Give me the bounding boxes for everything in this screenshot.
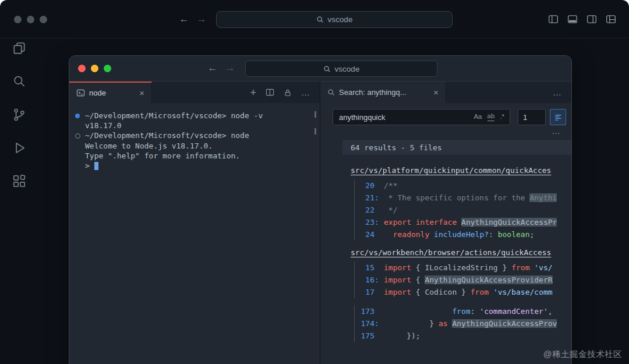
code-token: interface bbox=[416, 218, 457, 227]
line-code: }); bbox=[384, 330, 420, 342]
file-link[interactable]: src/vs/workbench/browser/actions/quickAc… bbox=[351, 248, 571, 258]
explorer-icon[interactable] bbox=[12, 41, 27, 56]
code-token: { bbox=[411, 288, 425, 296]
more-actions-icon[interactable]: … bbox=[301, 88, 310, 97]
forward-button[interactable]: → bbox=[224, 62, 236, 74]
terminal-text: ~/Development/Microsoft/vscode> node bbox=[85, 130, 249, 140]
tab-search-editor[interactable]: Search: anythingq... × bbox=[320, 82, 446, 103]
terminal-content[interactable]: ~/Development/Microsoft/vscode> node -vv… bbox=[69, 103, 320, 364]
line-match-colon: : bbox=[374, 317, 380, 330]
line-match-colon bbox=[374, 228, 380, 241]
result-block: src/vs/workbench/browser/actions/quickAc… bbox=[320, 248, 571, 298]
result-line[interactable]: 23:export interface AnythingQuickAccessP… bbox=[355, 216, 571, 228]
maximize-window-button[interactable] bbox=[104, 65, 111, 72]
result-line[interactable]: 24 readonly includeHelp?: boolean; bbox=[355, 228, 571, 241]
toggle-sidebar-left-icon[interactable] bbox=[548, 14, 559, 24]
terminal-text: Type ".help" for more information. bbox=[85, 151, 240, 161]
split-editor-icon[interactable] bbox=[266, 88, 274, 97]
list-icon bbox=[554, 113, 563, 122]
toggle-search-details-icon[interactable]: … bbox=[552, 126, 561, 136]
search-results: src/vs/platform/quickinput/common/quickA… bbox=[320, 155, 571, 364]
line-number: 175 bbox=[355, 330, 374, 342]
open-results-list-button[interactable] bbox=[550, 109, 566, 125]
line-code: export interface AnythingQuickAccessPr bbox=[384, 216, 557, 228]
line-number: 22 bbox=[355, 204, 374, 216]
search-icon bbox=[327, 89, 335, 96]
line-match-colon: : bbox=[374, 192, 380, 204]
code-block: 173 from: 'commandCenter',174: } as Anyt… bbox=[354, 305, 571, 342]
code-token: includeHelp? bbox=[434, 230, 489, 239]
result-line[interactable]: 173 from: 'commandCenter', bbox=[355, 305, 571, 317]
code-token: { bbox=[411, 263, 425, 272]
result-line[interactable]: 15import { ILocalizedString } from 'vs/ bbox=[355, 261, 571, 274]
search-icon bbox=[316, 16, 324, 23]
result-line[interactable]: 17import { Codicon } from 'vs/base/comm bbox=[355, 286, 571, 298]
code-token bbox=[489, 288, 493, 296]
terminal-text: v18.17.0 bbox=[85, 121, 122, 130]
code-token: readonly bbox=[393, 230, 430, 239]
code-token: : bbox=[471, 307, 480, 316]
context-lines-box bbox=[518, 109, 546, 125]
activity-bar bbox=[0, 38, 38, 364]
line-code: /** bbox=[384, 179, 397, 192]
result-line[interactable]: 16:import { AnythingQuickAccessProviderR bbox=[355, 274, 571, 286]
search-editor-body: Aa ab .* … 64 results - 5 files src/vs/ bbox=[320, 103, 571, 364]
terminal-actions: + … bbox=[250, 82, 320, 103]
code-token: , bbox=[548, 307, 553, 316]
source-control-icon[interactable] bbox=[12, 107, 27, 122]
layout-controls bbox=[548, 14, 616, 24]
code-token: Codicon bbox=[425, 288, 457, 296]
search-query-input[interactable] bbox=[339, 113, 468, 122]
code-token: export bbox=[384, 218, 411, 227]
code-token: from bbox=[471, 288, 489, 296]
terminal-cursor bbox=[94, 162, 98, 170]
close-window-button[interactable] bbox=[14, 16, 22, 23]
search-editor-pane: Search: anythingq... × … Aa ab .* bbox=[320, 82, 571, 364]
match-case-toggle[interactable]: Aa bbox=[473, 114, 482, 121]
whole-word-toggle[interactable]: ab bbox=[487, 113, 495, 121]
terminal-decoration-mark bbox=[314, 111, 316, 118]
result-line[interactable]: 22 */ bbox=[355, 204, 571, 216]
close-tab-icon[interactable]: × bbox=[433, 88, 439, 97]
outer-titlebar: ← → vscode bbox=[0, 0, 629, 38]
forward-button[interactable]: → bbox=[196, 13, 207, 25]
run-debug-icon[interactable] bbox=[12, 140, 27, 156]
close-tab-icon[interactable]: × bbox=[139, 89, 144, 97]
line-code: import { ILocalizedString } from 'vs/ bbox=[384, 261, 553, 274]
command-center[interactable]: vscode bbox=[216, 11, 453, 28]
new-terminal-icon[interactable]: + bbox=[250, 87, 256, 98]
customize-layout-icon[interactable] bbox=[606, 14, 616, 24]
watermark: @稀土掘金技术社区 bbox=[543, 349, 622, 360]
maximize-window-button[interactable] bbox=[40, 16, 47, 23]
terminal-decoration-mark bbox=[314, 128, 316, 135]
toggle-sidebar-right-icon[interactable] bbox=[586, 14, 597, 24]
match-highlight: AnythingQuickAccessProv bbox=[452, 319, 557, 328]
command-center[interactable]: vscode bbox=[245, 61, 437, 77]
back-button[interactable]: ← bbox=[207, 62, 218, 74]
code-token bbox=[411, 218, 416, 227]
search-icon bbox=[323, 65, 331, 73]
macos-vscode-window: ← → vscode ← → bbox=[0, 0, 629, 364]
extensions-icon[interactable] bbox=[12, 174, 27, 189]
terminal-line: v18.17.0 bbox=[74, 121, 314, 130]
toggle-panel-icon[interactable] bbox=[567, 14, 578, 24]
result-line[interactable]: 174: } as AnythingQuickAccessProv bbox=[355, 317, 571, 330]
bullet-spacer bbox=[74, 163, 81, 168]
minimize-window-button[interactable] bbox=[91, 65, 98, 72]
result-line[interactable]: 175 }); bbox=[355, 330, 571, 342]
tab-terminal-node[interactable]: node × bbox=[69, 82, 152, 103]
file-link[interactable]: src/vs/platform/quickinput/common/quickA… bbox=[351, 165, 571, 176]
context-lines-input[interactable] bbox=[523, 113, 540, 122]
close-window-button[interactable] bbox=[78, 65, 86, 72]
more-actions-icon[interactable]: … bbox=[553, 88, 562, 97]
code-token: { bbox=[411, 275, 425, 284]
back-button[interactable]: ← bbox=[178, 13, 190, 25]
regex-toggle[interactable]: .* bbox=[500, 114, 504, 121]
search-view-icon[interactable] bbox=[12, 74, 27, 89]
minimize-window-button[interactable] bbox=[27, 16, 34, 23]
line-number: 15 bbox=[355, 261, 374, 274]
lock-icon[interactable] bbox=[284, 89, 292, 97]
line-code: import { AnythingQuickAccessProviderR bbox=[384, 274, 553, 286]
result-line[interactable]: 21: * The specific options for the Anyth… bbox=[355, 192, 571, 204]
result-line[interactable]: 20/** bbox=[355, 179, 571, 192]
